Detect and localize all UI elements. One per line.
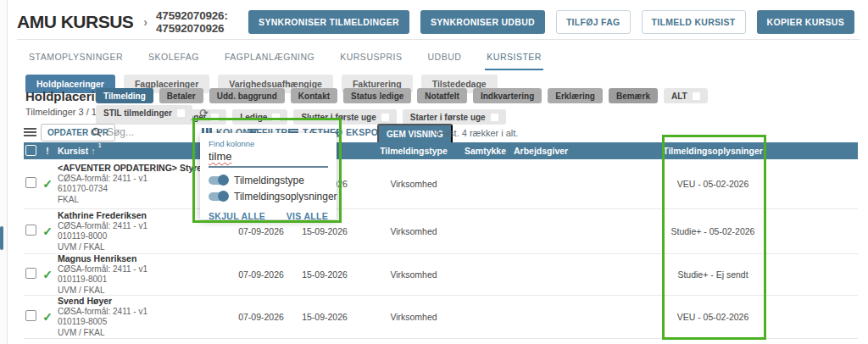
chip-label: Notatfelt bbox=[425, 92, 459, 101]
tilmeldingsoplysninger: VEU - 05-02-2026 bbox=[641, 179, 785, 189]
arbejdsgiver-column-header[interactable]: Arbejdsgiver bbox=[514, 146, 641, 156]
samtykke-column-header[interactable]: Samtykke bbox=[465, 146, 514, 156]
stil-row: STIL tilmeldinger ⟳ bbox=[96, 105, 209, 120]
tilmeld-kursist-button[interactable]: TILMELD KURSIST bbox=[642, 10, 746, 34]
breadcrumb-chevron-icon: › bbox=[143, 15, 147, 29]
chip-slutter-i-f-rste-uge[interactable]: Slutter i første uge bbox=[293, 109, 396, 125]
table-row[interactable]: ✓<AFVENTER OPDATERING> Styrelsen for It … bbox=[24, 159, 858, 209]
select-all-checkbox[interactable] bbox=[25, 145, 36, 156]
tilf-j-fag-button[interactable]: TILFØJ FAG bbox=[556, 10, 631, 34]
status-check-icon: ✓ bbox=[42, 310, 53, 324]
hide-all-link[interactable]: SKJUL ALLE bbox=[209, 211, 265, 221]
kursist-detail-line: CØSA-formål: 2411 - v1 bbox=[58, 221, 231, 232]
toggle-switch-on[interactable] bbox=[209, 192, 227, 201]
row-status-cell: ✓ bbox=[37, 267, 58, 282]
table-row[interactable]: ✓Magnus HenriksenCØSA-formål: 2411 - v10… bbox=[24, 254, 858, 296]
row-status-cell: ✓ bbox=[37, 309, 58, 325]
kopier-kursus-button[interactable]: KOPIER KURSUS bbox=[757, 10, 854, 34]
tab-skolefag[interactable]: SKOLEFAG bbox=[147, 47, 201, 70]
tab-kursuspris[interactable]: KURSUSPRIS bbox=[338, 47, 403, 70]
chip-label: STIL tilmeldinger bbox=[103, 108, 172, 118]
chip-label: ALT bbox=[671, 92, 687, 101]
sort-order-badge: 1 bbox=[98, 142, 102, 148]
chip-checkbox[interactable] bbox=[272, 114, 280, 121]
show-all-link[interactable]: VIS ALLE bbox=[287, 211, 328, 221]
status-check-icon: ✓ bbox=[42, 177, 53, 191]
enrollment-count: Tilmeldinger 3 / 12 bbox=[25, 107, 102, 117]
row-checkbox-cell bbox=[24, 309, 37, 325]
left-scrollbar-thumb[interactable] bbox=[0, 226, 3, 250]
synkroniser-tilmeldinger-button[interactable]: SYNKRONISER TILMELDINGER bbox=[248, 10, 409, 34]
row-checkbox[interactable] bbox=[25, 177, 36, 188]
chip-udd-baggrund[interactable]: Udd. baggrund bbox=[209, 88, 285, 103]
toggle-tilmeldingsoplysninger[interactable]: Tilmeldingsoplysninger bbox=[209, 191, 328, 203]
tilmeldingstype: Virksomhed bbox=[363, 312, 465, 322]
kursist-detail-line: 010119-8005 bbox=[58, 317, 231, 328]
start-date: 07-09-2026 bbox=[236, 269, 287, 280]
toggle-tilmeldingstype[interactable]: Tilmeldingstype bbox=[209, 175, 328, 186]
tilmeldingsoplysninger-column-header[interactable]: Tilmeldingsoplysninger bbox=[641, 146, 785, 156]
kursist-detail-line: UVM / FKAL bbox=[58, 286, 231, 297]
kursist-detail-line: 010119-8001 bbox=[58, 275, 231, 286]
kursist-detail-line: UVM / FKAL bbox=[58, 242, 231, 253]
start-date: 07-09-2026 bbox=[236, 312, 287, 322]
menu-icon[interactable] bbox=[24, 128, 36, 138]
header-actions: SYNKRONISER TILMELDINGERSYNKRONISER UDBU… bbox=[248, 10, 854, 34]
synkroniser-udbud-button[interactable]: SYNKRONISER UDBUD bbox=[420, 10, 545, 34]
chip-bem-rk[interactable]: Bemærk bbox=[609, 88, 658, 103]
row-status-cell: ✓ bbox=[37, 176, 58, 191]
end-date: 15-09-2026 bbox=[287, 269, 363, 280]
kursist-detail-line: CØSA-formål: 2411 - v1 bbox=[58, 264, 231, 275]
chip-betaler[interactable]: Betaler bbox=[159, 88, 203, 103]
toggle-label: Tilmeldingstype bbox=[234, 175, 304, 186]
tilmeldingsoplysninger: Studie+ - Ej sendt bbox=[641, 269, 785, 280]
search-input[interactable] bbox=[107, 126, 183, 138]
status-column-header[interactable]: ! bbox=[37, 146, 58, 156]
kursist-name: Magnus Henriksen bbox=[58, 253, 231, 264]
chip-checkbox[interactable] bbox=[693, 92, 700, 100]
sort-ascending-icon: ↑ bbox=[91, 146, 96, 156]
chip-label: Udd. baggrund bbox=[217, 92, 277, 101]
left-rail bbox=[0, 0, 8, 344]
tab-fagplanl-gning[interactable]: FAGPLANLÆGNING bbox=[223, 47, 316, 70]
topbar: AMU KURSUS › 47592070926: 47592070926 SY… bbox=[17, 8, 854, 36]
chip-erkl-ring[interactable]: Erklæring bbox=[548, 88, 603, 103]
kursist-detail-line: 010119-8000 bbox=[58, 231, 231, 242]
chip-starter-i-f-rste-uge[interactable]: Starter i første uge bbox=[403, 109, 506, 125]
row-checkbox-cell bbox=[24, 176, 37, 191]
chip-stil-tilmeldinger[interactable]: STIL tilmeldinger bbox=[96, 105, 192, 120]
kursist-detail-line: CØSA-formål: 2411 - v1 bbox=[58, 307, 231, 318]
row-checkbox[interactable] bbox=[25, 225, 36, 236]
toggle-switch-on[interactable] bbox=[209, 176, 227, 185]
find-column-input[interactable]: tilme bbox=[209, 150, 231, 163]
tab-kursister[interactable]: KURSISTER bbox=[485, 47, 543, 70]
kursist-name: Svend Høyer bbox=[58, 296, 231, 307]
refresh-icon[interactable]: ⟳ bbox=[199, 108, 209, 119]
chip-ledige[interactable]: Ledige bbox=[232, 109, 287, 125]
chip-indkvartering[interactable]: Indkvartering bbox=[473, 88, 542, 103]
chip-notatfelt[interactable]: Notatfelt bbox=[417, 88, 467, 103]
table-row[interactable]: ✓Svend HøyerCØSA-formål: 2411 - v1010119… bbox=[24, 296, 858, 339]
chip-checkbox[interactable] bbox=[381, 114, 389, 121]
tilmeldingstype: Virksomhed bbox=[363, 269, 465, 280]
row-checkbox[interactable] bbox=[25, 268, 36, 279]
chip-label: Starter i første uge bbox=[410, 113, 486, 122]
chip-checkbox[interactable] bbox=[211, 114, 219, 121]
row-checkbox-cell bbox=[24, 267, 37, 282]
search-box bbox=[92, 126, 193, 138]
chip-checkbox[interactable] bbox=[177, 109, 185, 117]
end-date: 15-09-2026 bbox=[287, 226, 363, 236]
tilmeldingstype-column-header[interactable]: Tilmeldingstype bbox=[363, 146, 465, 156]
chip-kontakt[interactable]: Kontakt bbox=[291, 88, 337, 103]
tab-stamoplysninger[interactable]: STAMOPLYSNINGER bbox=[27, 47, 125, 70]
tab-udbud[interactable]: UDBUD bbox=[426, 47, 463, 70]
column-toggles: TilmeldingstypeTilmeldingsoplysninger bbox=[209, 175, 328, 203]
toggle-label: Tilmeldingsoplysninger bbox=[234, 191, 337, 203]
chip-status-ledige[interactable]: Status ledige bbox=[343, 88, 411, 103]
chip-tilmelding[interactable]: Tilmelding bbox=[96, 88, 153, 103]
chip-alt[interactable]: ALT bbox=[664, 88, 708, 103]
row-checkbox[interactable] bbox=[25, 310, 36, 321]
table-row[interactable]: ✓Kathrine FrederiksenCØSA-formål: 2411 -… bbox=[24, 209, 858, 254]
kursist-detail-line: UVM / FKAL bbox=[58, 328, 231, 339]
chip-checkbox[interactable] bbox=[491, 114, 498, 121]
